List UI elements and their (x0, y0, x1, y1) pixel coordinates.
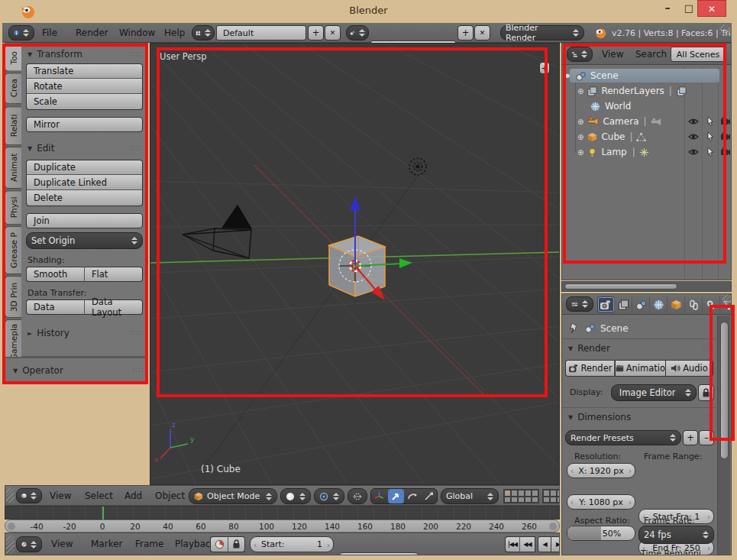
timeline-track-area[interactable] (5, 506, 560, 520)
jump-to-start-button[interactable]: |◀◀ (505, 536, 520, 552)
transform-panel-header[interactable]: ▼ Transform (27, 49, 82, 60)
layer-cell[interactable] (557, 497, 560, 503)
screen-layout-name-field[interactable]: Default (216, 25, 306, 40)
decrement-icon[interactable]: ‹ (571, 467, 574, 475)
renderability-icon[interactable] (720, 147, 731, 156)
prev-keyframe-button[interactable]: ◀◀ (520, 536, 535, 552)
view3d-menu-add[interactable]: Add (124, 490, 142, 501)
display-mode-dropdown[interactable]: Image Editor (611, 384, 697, 401)
outliner-menu-view[interactable]: View (602, 49, 623, 60)
auto-keyframe-button[interactable] (210, 536, 228, 552)
add-preset-button[interactable]: + (683, 430, 698, 445)
tab-object[interactable] (668, 296, 685, 312)
view3d-menu-object[interactable]: Object (155, 490, 185, 501)
expand-icon[interactable]: ⊕ (577, 118, 583, 126)
renderability-icon[interactable] (720, 132, 731, 141)
view3d-menu-select[interactable]: Select (85, 490, 113, 501)
layer-cell[interactable] (550, 497, 557, 503)
manipulator-z-arrow[interactable] (350, 196, 360, 210)
toolshelf-tab-physics[interactable]: Physi (5, 190, 21, 225)
view3d-menu-view[interactable]: View (50, 490, 71, 501)
editor-type-selector-timeline[interactable] (16, 536, 42, 552)
editor-type-selector-outliner[interactable] (567, 47, 593, 62)
render-audio-button[interactable]: Audio (666, 360, 713, 377)
layer-cell[interactable] (504, 497, 511, 503)
edit-panel-header[interactable]: ▼ Edit (27, 143, 54, 154)
panel-grip-icon[interactable]: :::: (130, 329, 142, 336)
timeline-menu-view[interactable]: View (51, 539, 73, 549)
screen-layout-icon-button[interactable] (192, 25, 215, 40)
minimize-button[interactable]: – (658, 2, 677, 17)
layer-cell[interactable] (518, 490, 525, 497)
duplicate-linked-button[interactable]: Duplicate Linked (26, 175, 143, 190)
layer-cell[interactable] (557, 490, 560, 497)
set-origin-dropdown[interactable]: Set Origin (26, 232, 143, 249)
mesh-data-icon[interactable] (636, 133, 646, 141)
scrollbar-cap-right[interactable] (549, 523, 557, 530)
outliner-filter-dropdown[interactable]: All Scenes (671, 47, 726, 62)
layer-cell[interactable] (532, 490, 538, 497)
manipulator-translate-button[interactable] (388, 489, 405, 503)
render-still-button[interactable]: Render (565, 360, 615, 377)
manipulator-rotate-button[interactable] (404, 489, 421, 503)
render-panel-header[interactable]: ▼ Render (568, 343, 610, 354)
renderability-icon[interactable] (720, 117, 731, 125)
frame-rate-dropdown[interactable]: 24 fps (638, 526, 714, 544)
layer-cell[interactable] (525, 490, 532, 497)
outliner-row-scene[interactable]: ● Scene (562, 68, 732, 83)
outliner-menu-search[interactable]: Search (635, 49, 667, 60)
delete-screen-layout-button[interactable]: ✕ (325, 25, 341, 40)
resolution-percent-slider[interactable]: 50% (567, 526, 635, 541)
lamp-data-icon[interactable] (639, 147, 649, 157)
expand-icon[interactable]: ⊕ (577, 87, 583, 95)
data-layout-button[interactable]: Data Layout (85, 299, 143, 315)
decrement-icon[interactable]: ‹ (571, 498, 574, 507)
expand-icon[interactable]: ⊕ (577, 133, 583, 141)
expand-panel-button[interactable]: + (539, 62, 550, 74)
increment-icon[interactable]: › (629, 498, 632, 507)
rotate-button[interactable]: Rotate (26, 79, 143, 94)
properties-v-scrollbar[interactable] (717, 316, 730, 555)
add-scene-button[interactable]: + (457, 25, 474, 40)
resolution-y-field[interactable]: ‹ Y: 1080 px › (567, 494, 635, 510)
layer-cell[interactable] (511, 497, 518, 503)
panel-grip-icon[interactable]: :::: (703, 413, 715, 420)
visibility-eye-icon[interactable] (688, 133, 699, 141)
maximize-button[interactable]: □ (680, 2, 698, 18)
manipulator-scale-button[interactable] (421, 489, 438, 503)
menu-help[interactable]: Help (164, 28, 185, 38)
scene-icon-button[interactable] (346, 25, 369, 40)
layer-cell[interactable] (543, 497, 550, 503)
start-frame-field-timeline[interactable]: ‹ Start: 1 › (250, 536, 334, 552)
v-scrollbar-thumb[interactable] (720, 322, 729, 459)
outliner-h-scrollbar[interactable] (561, 281, 732, 292)
editor-type-selector-info[interactable] (8, 25, 34, 40)
outliner-row-world[interactable]: World (562, 99, 732, 114)
display-lock-button[interactable] (698, 384, 714, 401)
menu-file[interactable]: File (42, 28, 57, 38)
increment-icon[interactable]: › (327, 540, 330, 549)
timeline-menu-marker[interactable]: Marker (91, 539, 122, 549)
manipulator-axis-button[interactable] (371, 489, 388, 503)
selectability-cursor-icon[interactable] (706, 131, 714, 142)
delete-scene-button[interactable]: ✕ (474, 25, 490, 40)
layer-grid-2[interactable] (542, 489, 560, 503)
toolshelf-tab-animation[interactable]: Animat (5, 147, 21, 189)
panel-grip-icon[interactable]: :::: (132, 366, 144, 374)
layer-grid-1[interactable] (503, 489, 539, 503)
lamp-object[interactable] (409, 158, 426, 175)
increment-icon[interactable]: › (629, 467, 632, 475)
resolution-x-field[interactable]: ‹ X: 1920 px › (567, 463, 635, 478)
resize-grip[interactable] (719, 24, 730, 35)
visibility-eye-icon[interactable] (688, 148, 699, 156)
tab-scene[interactable] (632, 296, 650, 312)
play-reverse-button[interactable]: ◀ (538, 536, 551, 552)
editor-type-selector-properties[interactable] (566, 296, 593, 312)
selectability-cursor-icon[interactable] (706, 116, 714, 127)
transform-orientation-dropdown[interactable]: Global (441, 488, 499, 504)
menu-window[interactable]: Window (119, 28, 155, 38)
shade-flat-button[interactable]: Flat (85, 267, 143, 282)
outliner-row-cube[interactable]: ⊕ Cube | (562, 129, 732, 144)
tab-render[interactable] (597, 296, 615, 312)
h-scrollbar-thumb[interactable] (564, 283, 677, 290)
